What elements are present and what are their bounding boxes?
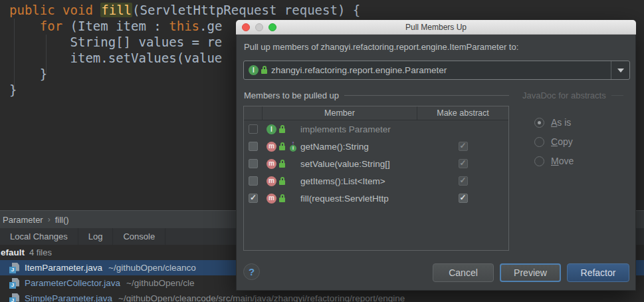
target-class-value: zhangyi.refactoring.report.engine.Parame… — [271, 65, 447, 75]
preview-button[interactable]: Preview — [500, 263, 561, 282]
zoom-button[interactable] — [268, 23, 276, 31]
member-label: fill(request:ServletHttp — [300, 194, 389, 204]
cancel-button[interactable]: Cancel — [433, 263, 494, 282]
member-label: getName():String — [300, 142, 369, 152]
file-row[interactable]: JSimpleParameter.java~/githubOpen/cleanc… — [0, 291, 644, 302]
code-text: .ge — [199, 19, 222, 33]
breadcrumb-item-class[interactable]: Parameter — [3, 215, 43, 225]
java-file-icon: J — [9, 293, 20, 302]
member-checkbox[interactable] — [249, 142, 258, 151]
tab-console[interactable]: Console — [113, 228, 165, 245]
code-text: (ServletHttpRequest request) { — [132, 3, 360, 17]
code-text: } — [9, 67, 47, 81]
pull-members-up-dialog: Pull Members Up Pull up members of zhang… — [236, 20, 636, 291]
close-button[interactable] — [242, 23, 250, 31]
unlock-icon — [279, 142, 287, 151]
member-label: setValue(value:String[] — [300, 159, 390, 169]
member-label: getItems():List<Item> — [300, 176, 385, 186]
target-class-dropdown[interactable]: I zhangyi.refactoring.report.engine.Para… — [243, 61, 630, 80]
code-text: (Item item : — [62, 19, 169, 33]
member-row[interactable]: m↑IgetName():String — [244, 138, 508, 155]
member-row[interactable]: mgetItems():List<Item> — [244, 172, 508, 190]
radio-button — [534, 156, 544, 166]
file-path: ~/githubOpen/cleancode/src/main/java/zha… — [118, 293, 405, 302]
member-row[interactable]: mfill(request:ServletHttp — [244, 190, 508, 207]
file-path: ~/githubOpen/cle — [126, 278, 194, 288]
unlock-icon — [279, 177, 287, 186]
minimize-button — [255, 23, 263, 31]
radio-button — [534, 118, 544, 128]
code-text: for — [40, 19, 62, 33]
javadoc-section-header: JavaDoc for abstracts — [522, 90, 630, 100]
members-section-header: Members to be pulled up — [244, 90, 509, 100]
column-select — [244, 106, 263, 120]
window-controls — [242, 23, 276, 31]
interface-icon: I — [249, 65, 259, 75]
code-text: item.setValues(value — [9, 51, 222, 65]
radio-move: Move — [534, 156, 574, 166]
member-label: implements Parameter — [300, 124, 391, 134]
unlock-icon — [261, 66, 267, 75]
radio-label: Move — [551, 156, 574, 166]
member-row[interactable]: msetValue(value:String[] — [244, 155, 508, 172]
help-button[interactable]: ? — [243, 263, 260, 280]
java-file-icon: J — [9, 263, 20, 273]
unlock-icon — [279, 160, 287, 168]
method-icon: m — [267, 159, 276, 169]
member-checkbox[interactable] — [249, 176, 258, 186]
code-text: } — [9, 82, 17, 97]
code-text: this — [169, 19, 199, 33]
make-abstract-checkbox — [459, 159, 468, 168]
code-text — [9, 19, 40, 33]
member-row[interactable]: Iimplements Parameter — [244, 120, 508, 138]
make-abstract-checkbox — [459, 176, 468, 186]
code-line: public void fill(ServletHttpRequest requ… — [9, 2, 360, 18]
make-abstract-checkbox — [459, 142, 468, 151]
radio-label: As is — [551, 117, 571, 128]
dialog-body: Pull up members of zhangyi.refactoring.r… — [236, 35, 636, 291]
code-text: fill — [100, 3, 132, 17]
pull-up-prompt-label: Pull up members of zhangyi.refactoring.r… — [244, 42, 518, 52]
code-text: String[] values = re — [9, 35, 222, 49]
unlock-icon — [279, 194, 287, 203]
changelist-file-count: 4 files — [29, 247, 52, 257]
column-member[interactable]: Member — [263, 106, 417, 120]
interface-icon: I — [267, 124, 276, 134]
radio-label: Copy — [551, 136, 573, 147]
ide-window: public void fill(ServletHttpRequest requ… — [0, 0, 644, 302]
method-icon: m — [267, 142, 276, 152]
make-abstract-checkbox[interactable] — [459, 194, 468, 203]
radio-button — [534, 137, 544, 147]
tab-local-changes[interactable]: Local Changes — [0, 228, 78, 245]
file-name: ParameterCollector.java — [25, 278, 120, 288]
method-icon: m — [267, 194, 276, 204]
unlock-icon — [279, 125, 287, 134]
radio-as-is: As is — [534, 117, 571, 128]
changelist-name: efault — [1, 247, 25, 257]
dialog-title: Pull Members Up — [405, 23, 467, 32]
file-path: ~/githubOpen/cleanco — [108, 263, 196, 273]
column-make-abstract[interactable]: Make abstract — [417, 106, 508, 120]
refactor-button[interactable]: Refactor — [567, 263, 629, 282]
implements-method-icon: ↑I — [289, 141, 297, 152]
tab-log[interactable]: Log — [78, 228, 114, 245]
chevron-right-icon: › — [48, 215, 51, 224]
members-table-header: Member Make abstract — [244, 106, 508, 120]
code-text: public void — [9, 3, 100, 17]
member-checkbox — [249, 124, 258, 134]
chevron-down-icon — [617, 69, 624, 73]
members-table: Member Make abstract Iimplements Paramet… — [243, 106, 509, 251]
file-name: SimpleParameter.java — [25, 293, 112, 302]
dialog-titlebar[interactable]: Pull Members Up — [236, 20, 636, 35]
member-checkbox[interactable] — [249, 159, 258, 168]
file-name: ItemParameter.java — [25, 263, 102, 273]
dropdown-arrow-button[interactable] — [611, 61, 629, 79]
java-file-icon: J — [9, 278, 20, 289]
member-checkbox[interactable] — [249, 194, 258, 203]
method-icon: m — [267, 176, 276, 186]
radio-copy: Copy — [534, 136, 573, 147]
breadcrumb-item-method[interactable]: fill() — [55, 215, 69, 225]
